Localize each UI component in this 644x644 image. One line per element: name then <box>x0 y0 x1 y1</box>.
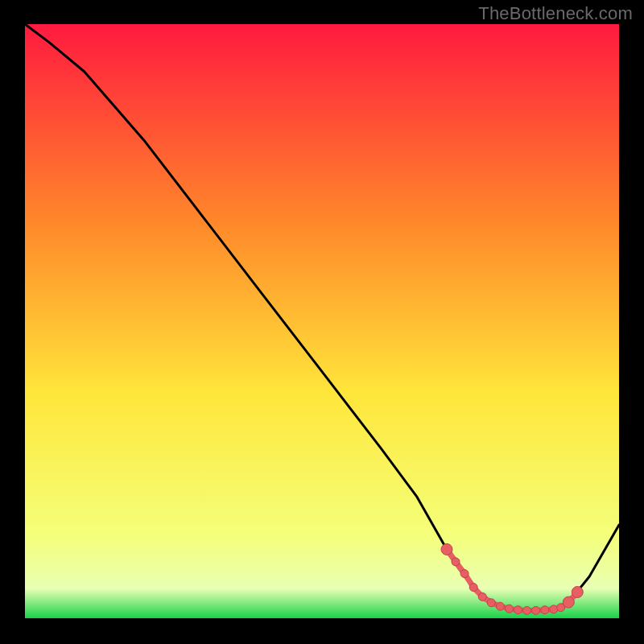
marker-dot <box>550 605 558 613</box>
marker-dot <box>496 602 504 610</box>
marker-dot <box>563 597 574 608</box>
bottleneck-chart <box>0 0 644 644</box>
marker-dot <box>469 584 477 592</box>
marker-dot <box>506 605 514 613</box>
marker-dot <box>514 606 522 614</box>
chart-stage: { "attribution": "TheBottleneck.com", "c… <box>0 0 644 644</box>
marker-dot <box>460 570 469 578</box>
marker-dot <box>523 606 531 614</box>
attribution-label: TheBottleneck.com <box>478 3 633 24</box>
marker-dot <box>541 606 549 614</box>
marker-dot <box>572 587 583 598</box>
plot-background <box>25 24 619 618</box>
marker-dot <box>441 543 452 555</box>
marker-dot <box>452 558 460 566</box>
marker-dot <box>532 606 540 614</box>
marker-dot <box>487 599 495 607</box>
marker-dot <box>478 592 486 601</box>
